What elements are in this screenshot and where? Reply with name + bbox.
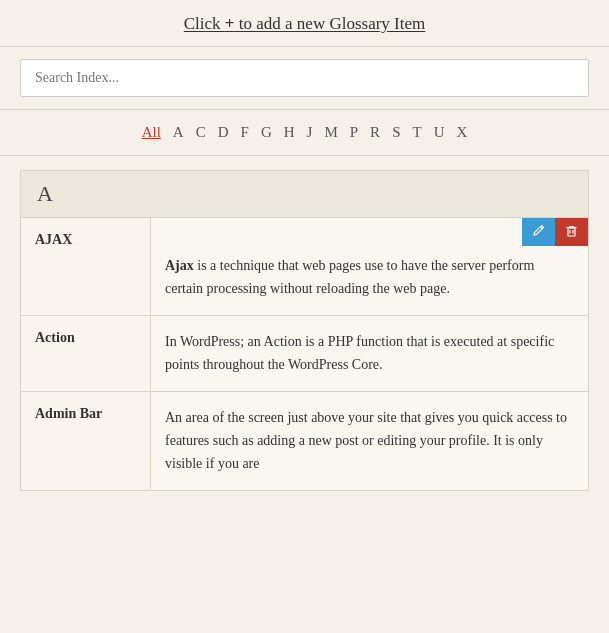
alpha-link-m[interactable]: M xyxy=(320,122,341,143)
alpha-link-t[interactable]: T xyxy=(408,122,425,143)
alpha-link-a[interactable]: A xyxy=(169,122,188,143)
alpha-link-j[interactable]: J xyxy=(303,122,317,143)
term-cell-adminbar: Admin Bar xyxy=(21,391,151,490)
letter-a-heading: A xyxy=(37,181,53,206)
term-cell-ajax: AJAX xyxy=(21,218,151,315)
header-section: Click + to add a new Glossary Item xyxy=(0,0,609,47)
alpha-link-c[interactable]: C xyxy=(192,122,210,143)
letter-a-header: A xyxy=(20,170,589,218)
alpha-link-x[interactable]: X xyxy=(452,122,471,143)
alpha-link-r[interactable]: R xyxy=(366,122,384,143)
glossary-table: AJAX xyxy=(20,218,589,491)
glossary-section: A AJAX xyxy=(0,170,609,491)
search-section xyxy=(0,47,609,110)
alpha-link-f[interactable]: F xyxy=(237,122,253,143)
action-buttons xyxy=(522,218,588,246)
def-cell-action: In WordPress; an Action is a PHP functio… xyxy=(151,315,589,391)
def-text-adminbar: An area of the screen just above your si… xyxy=(165,410,567,472)
term-ajax: AJAX xyxy=(35,232,72,247)
def-text-action: In WordPress; an Action is a PHP functio… xyxy=(165,334,554,372)
alpha-link-h[interactable]: H xyxy=(280,122,299,143)
def-text-ajax: Ajax is a technique that web pages use t… xyxy=(165,258,534,296)
svg-rect-0 xyxy=(568,228,575,236)
alpha-link-d[interactable]: D xyxy=(214,122,233,143)
pencil-icon xyxy=(532,224,545,240)
alphabet-nav: All A C D F G H J M P R S T U X xyxy=(0,110,609,156)
page-container: Click + to add a new Glossary Item All A… xyxy=(0,0,609,491)
alpha-link-u[interactable]: U xyxy=(430,122,449,143)
alpha-link-all[interactable]: All xyxy=(138,122,165,143)
alpha-link-g[interactable]: G xyxy=(257,122,276,143)
term-cell-action: Action xyxy=(21,315,151,391)
table-row: Admin Bar An area of the screen just abo… xyxy=(21,391,589,490)
trash-icon xyxy=(565,224,578,240)
term-action: Action xyxy=(35,330,75,345)
table-row: AJAX xyxy=(21,218,589,315)
alpha-link-s[interactable]: S xyxy=(388,122,404,143)
edit-button[interactable] xyxy=(522,218,555,246)
alpha-link-p[interactable]: P xyxy=(346,122,362,143)
term-adminbar: Admin Bar xyxy=(35,406,102,421)
def-cell-ajax: Ajax is a technique that web pages use t… xyxy=(151,218,589,315)
plus-symbol: + xyxy=(225,14,235,33)
header-text[interactable]: Click + to add a new Glossary Item xyxy=(184,14,426,33)
term-bold-ajax: Ajax xyxy=(165,258,194,273)
def-cell-adminbar: An area of the screen just above your si… xyxy=(151,391,589,490)
table-row: Action In WordPress; an Action is a PHP … xyxy=(21,315,589,391)
delete-button[interactable] xyxy=(555,218,588,246)
search-input[interactable] xyxy=(20,59,589,97)
